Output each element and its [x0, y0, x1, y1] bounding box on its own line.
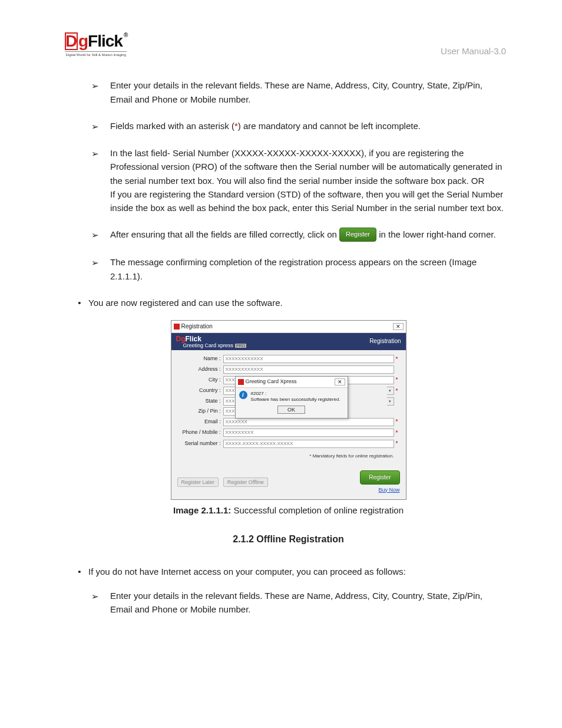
form-row-serial: Serial number : XXXXX-XXXXX-XXXXX-XXXXX …	[177, 439, 400, 449]
bullet-item: • If you do not have Internet access on …	[71, 565, 506, 578]
label-zip: Zip / Pin :	[177, 407, 223, 416]
chevron-right-icon: ➢	[91, 119, 110, 133]
required-icon: *	[394, 375, 400, 385]
product-name: Greeting Card xpressPRO	[176, 343, 247, 349]
window-title: Registration	[181, 322, 213, 331]
chevron-right-icon: ➢	[91, 146, 110, 215]
input-phone[interactable]: XXXXXXXXX	[223, 429, 394, 437]
popup-title: Greeting Card Xpress	[246, 378, 297, 386]
label-country: Country :	[177, 387, 223, 395]
list-text: In the last field- Serial Number (XXXXX-…	[110, 146, 506, 215]
chevron-right-icon: ➢	[91, 78, 110, 106]
label-state: State :	[177, 397, 223, 406]
required-icon: *	[394, 355, 400, 364]
figure-caption: Image 2.1.1.1: Successful completion of …	[71, 503, 506, 517]
label-address: Address :	[177, 365, 223, 374]
text-fragment: ) are mandatory and cannot be left incom…	[238, 121, 421, 131]
registration-window: Registration ✕ DgFlick Greeting Card xpr…	[171, 320, 406, 499]
input-serial[interactable]: XXXXX-XXXXX-XXXXX-XXXXX	[223, 440, 394, 448]
bullet-item: • You are now registered and can use the…	[71, 296, 506, 309]
footer-right: Register Buy Now	[360, 470, 399, 494]
register-button[interactable]: Register	[360, 470, 399, 485]
list-item: ➢ After ensuring that all the fields are…	[91, 228, 506, 242]
popup-footer: OK	[236, 404, 348, 418]
registration-form: Name : XXXXXXXXXXXX * Address : XXXXXXXX…	[171, 350, 406, 467]
required-icon: *	[394, 429, 400, 438]
popup-title-left: Greeting Card Xpress	[238, 378, 297, 386]
logo-g: g	[78, 32, 88, 50]
popup-text: Software has been successfully registere…	[251, 397, 340, 403]
bullet-text: You are now registered and can use the s…	[88, 296, 506, 309]
required-icon: *	[394, 417, 400, 427]
register-button-inline: Register	[339, 228, 376, 242]
form-row-email: Email : XXXXXXX *	[177, 417, 400, 427]
figure: Registration ✕ DgFlick Greeting Card xpr…	[71, 320, 506, 517]
bullet-text: If you do not have Internet access on yo…	[88, 565, 506, 578]
list-text: Fields marked with an asterisk (*) are m…	[110, 119, 506, 133]
logo: D gFlick ®	[65, 32, 127, 50]
pro-badge: PRO	[235, 344, 246, 348]
label-phone: Phone / Mobile :	[177, 429, 223, 437]
logo-block: D gFlick ® Digital World for Still & Mot…	[65, 32, 127, 58]
input-address[interactable]: XXXXXXXXXXXX	[223, 365, 394, 374]
buy-now-link[interactable]: Buy Now	[378, 486, 399, 495]
list-item: ➢ Enter your details in the relevant fie…	[91, 589, 506, 617]
list-item: ➢ In the last field- Serial Number (XXXX…	[91, 146, 506, 215]
arrow-list-2: ➢ Enter your details in the relevant fie…	[71, 589, 506, 617]
dropdown-icon[interactable]: ▾	[387, 397, 394, 406]
required-icon: *	[394, 387, 400, 396]
form-row-address: Address : XXXXXXXXXXXX	[177, 365, 400, 374]
label-email: Email :	[177, 418, 223, 426]
text-fragment: in the lower right-hand corner.	[376, 229, 496, 239]
paragraph: If you are registering the Standard vers…	[110, 187, 506, 215]
list-text: Enter your details in the relevant field…	[110, 78, 506, 106]
popup-message: #2027 : Software has been successfully r…	[251, 391, 340, 403]
register-later-button[interactable]: Register Later	[177, 477, 219, 487]
input-name[interactable]: XXXXXXXXXXXX	[223, 355, 394, 363]
popup-code: #2027 :	[251, 391, 340, 397]
chevron-right-icon: ➢	[91, 228, 110, 242]
footer-left: Register Later Register Offline	[177, 477, 271, 487]
caption-label: Image 2.1.1.1:	[173, 505, 231, 515]
window-titlebar: Registration ✕	[171, 321, 406, 333]
close-icon[interactable]: ✕	[335, 378, 345, 386]
input-email[interactable]: XXXXXXX	[223, 418, 394, 426]
ok-button[interactable]: OK	[277, 406, 305, 414]
list-text: Enter your details in the relevant field…	[110, 589, 506, 617]
list-item: ➢ Fields marked with an asterisk (*) are…	[91, 119, 506, 133]
register-offline-button[interactable]: Register Offline	[223, 477, 268, 487]
doc-title: User Manual-3.0	[441, 44, 506, 58]
logo-rest: Flick	[88, 32, 123, 50]
page-header: D gFlick ® Digital World for Still & Mot…	[65, 32, 506, 58]
panel-heading: Registration	[369, 335, 401, 346]
list-text: The message confirming completion of the…	[110, 255, 506, 283]
success-popup: Greeting Card Xpress ✕ i #2027 : Softwar…	[235, 376, 348, 419]
app-icon	[174, 324, 180, 330]
section-heading: 2.1.2 Offline Registration	[71, 532, 506, 547]
logo-tagline: Digital World for Still & Motion Imaging	[65, 51, 127, 58]
popup-body: i #2027 : Software has been successfully…	[236, 388, 348, 404]
close-icon[interactable]: ✕	[393, 323, 404, 330]
label-serial: Serial number :	[177, 440, 223, 448]
list-text: After ensuring that all the fields are f…	[110, 228, 506, 242]
caption-text: Successful completion of online registra…	[231, 505, 404, 515]
main-content: ➢ Enter your details in the relevant fie…	[65, 78, 506, 616]
popup-titlebar: Greeting Card Xpress ✕	[236, 377, 348, 388]
note-text: Mandatory fields for online registration…	[311, 453, 394, 459]
text-fragment: Fields marked with an asterisk (	[110, 121, 234, 131]
form-row-name: Name : XXXXXXXXXXXX *	[177, 355, 400, 364]
list-item: ➢ Enter your details in the relevant fie…	[91, 78, 506, 106]
bullet-dot-icon: •	[71, 296, 88, 309]
bullet-dot-icon: •	[71, 565, 88, 578]
chevron-right-icon: ➢	[91, 255, 110, 283]
dropdown-icon[interactable]: ▾	[387, 387, 394, 395]
required-icon: *	[394, 439, 400, 449]
mandatory-note: * Mandatory fields for online registrati…	[177, 450, 400, 463]
form-row-phone: Phone / Mobile : XXXXXXXXX *	[177, 429, 400, 438]
registration-footer: Register Later Register Offline Register…	[171, 467, 406, 499]
brand-block: DgFlick Greeting Card xpressPRO	[176, 335, 247, 349]
paragraph: In the last field- Serial Number (XXXXX-…	[110, 146, 506, 187]
registered-mark-icon: ®	[124, 32, 128, 38]
list-item: ➢ The message confirming completion of t…	[91, 255, 506, 283]
arrow-list-1: ➢ Enter your details in the relevant fie…	[71, 78, 506, 283]
